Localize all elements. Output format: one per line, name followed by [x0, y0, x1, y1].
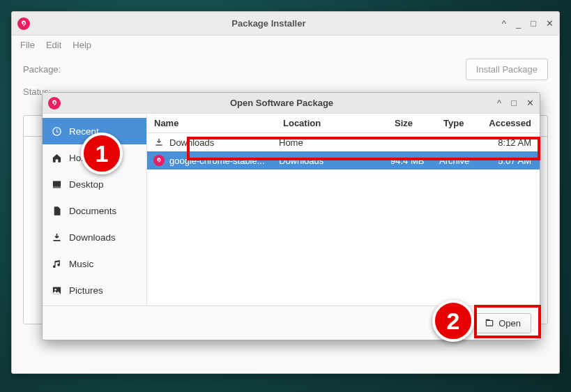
- col-size[interactable]: Size: [388, 118, 436, 128]
- open-folder-icon: [485, 318, 494, 328]
- places-sidebar: Recent Home Desktop Documents Downloads …: [43, 114, 147, 306]
- col-accessed[interactable]: Accessed: [480, 118, 540, 128]
- sidebar-item-pictures[interactable]: Pictures: [43, 277, 146, 303]
- file-type: Archive: [439, 156, 482, 166]
- menubar: File Edit Help: [12, 36, 559, 54]
- document-icon: [51, 206, 62, 216]
- sidebar-item-label: Recent: [69, 126, 99, 137]
- menu-help[interactable]: Help: [73, 40, 91, 50]
- minimize-button[interactable]: _: [516, 19, 521, 28]
- clock-icon: [51, 126, 62, 137]
- deb-package-icon: [153, 155, 165, 166]
- sidebar-item-downloads[interactable]: Downloads: [43, 224, 146, 250]
- sidebar-item-label: Desktop: [69, 179, 104, 190]
- sidebar-item-documents[interactable]: Documents: [43, 197, 146, 224]
- desktop-icon: [51, 179, 62, 190]
- file-name: Downloads: [169, 137, 279, 148]
- file-name: google-chrome-stable...: [169, 156, 279, 166]
- file-accessed: 5:07 AM: [482, 156, 540, 166]
- file-accessed: 8:12 AM: [482, 137, 540, 148]
- main-window-controls: ^ _ □ ✕: [502, 19, 554, 28]
- dialog-footer: Open: [43, 306, 540, 340]
- music-icon: [51, 259, 62, 269]
- go-up-button[interactable]: ^: [497, 98, 501, 107]
- col-type[interactable]: Type: [436, 118, 480, 128]
- dialog-window-controls: ^ □ ✕: [497, 98, 534, 107]
- download-icon: [153, 137, 165, 147]
- open-button-label: Open: [498, 318, 521, 329]
- debian-icon: [48, 97, 61, 110]
- go-up-button[interactable]: ^: [502, 19, 506, 28]
- file-list: Name Location Size Type Accessed Downloa…: [147, 114, 540, 306]
- download-icon: [51, 232, 62, 243]
- menu-file[interactable]: File: [20, 40, 35, 50]
- file-row-google-chrome[interactable]: google-chrome-stable... Downloads 94.4 M…: [147, 151, 540, 169]
- package-label: Package:: [23, 64, 61, 75]
- file-row-downloads[interactable]: Downloads Home 8:12 AM: [147, 133, 540, 151]
- file-location: Downloads: [279, 156, 390, 166]
- main-window-title: Package Installer: [36, 18, 502, 29]
- close-button[interactable]: ✕: [526, 98, 534, 107]
- sidebar-item-label: Home: [69, 153, 94, 163]
- sidebar-item-desktop[interactable]: Desktop: [43, 171, 146, 197]
- sidebar-item-recent[interactable]: Recent: [43, 118, 146, 144]
- sidebar-item-label: Music: [69, 259, 93, 269]
- file-location: Home: [279, 137, 390, 148]
- sidebar-item-label: Downloads: [69, 232, 116, 243]
- dialog-titlebar: Open Software Package ^ □ ✕: [43, 93, 540, 114]
- install-package-button[interactable]: Install Package: [466, 59, 548, 80]
- main-titlebar: Package Installer ^ _ □ ✕: [12, 12, 559, 36]
- maximize-button[interactable]: □: [531, 19, 536, 28]
- svg-rect-5: [487, 321, 493, 326]
- open-button[interactable]: Open: [474, 313, 531, 333]
- col-location[interactable]: Location: [276, 118, 388, 128]
- file-size: 94.4 MB: [390, 156, 439, 166]
- pictures-icon: [51, 285, 62, 296]
- column-headers: Name Location Size Type Accessed: [147, 114, 540, 133]
- svg-rect-2: [52, 187, 60, 188]
- col-name[interactable]: Name: [147, 118, 276, 128]
- open-software-package-dialog: Open Software Package ^ □ ✕ Recent Home …: [42, 92, 540, 340]
- maximize-button[interactable]: □: [511, 98, 517, 107]
- menu-edit[interactable]: Edit: [46, 40, 61, 50]
- sidebar-item-label: Pictures: [69, 285, 103, 296]
- dialog-title: Open Software Package: [66, 98, 497, 108]
- svg-rect-1: [52, 181, 60, 186]
- sidebar-item-home[interactable]: Home: [43, 144, 146, 171]
- svg-point-4: [54, 289, 56, 291]
- sidebar-item-music[interactable]: Music: [43, 250, 146, 277]
- close-button[interactable]: ✕: [546, 19, 554, 28]
- home-icon: [51, 153, 62, 163]
- debian-icon: [17, 17, 30, 30]
- sidebar-item-label: Documents: [69, 206, 116, 216]
